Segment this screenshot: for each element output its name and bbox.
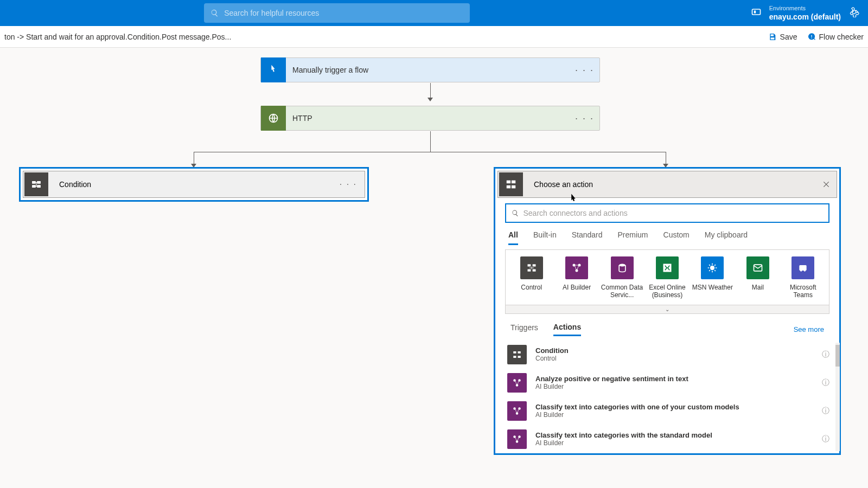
category-tabs: AllBuilt-inStandardPremiumCustomMy clipb… [495,226,839,245]
svg-rect-6 [512,185,515,189]
svg-rect-9 [527,269,531,272]
connector-tile[interactable]: Control [510,256,553,299]
choose-action-header: Choose an action [495,169,839,200]
svg-rect-1 [754,10,756,13]
tab-actions[interactable]: Actions [553,323,581,336]
global-search[interactable] [204,3,470,23]
connector-tile[interactable]: Microsoft Teams [782,256,824,299]
svg-point-16 [710,266,714,270]
svg-rect-10 [532,269,535,272]
action-row[interactable]: Classify text into categories with one o… [505,397,832,425]
more-icon[interactable]: · · · [575,113,594,124]
pointer-icon [261,57,286,82]
environment-icon [751,7,762,20]
connectors-grid: ControlAI BuilderCommon Data Servic...Ex… [506,250,829,305]
category-tab[interactable]: Built-in [533,230,557,245]
settings-icon[interactable] [848,7,859,20]
svg-rect-3 [507,181,510,184]
svg-point-27 [516,384,519,387]
svg-rect-4 [512,181,515,184]
action-list: ConditionControl ⓘ Analyze positive or n… [495,338,839,453]
category-tab[interactable]: All [508,230,518,245]
breadcrumb: ton -> Start and wait for an approval.Co… [4,33,231,41]
more-icon[interactable]: · · · [340,179,357,189]
svg-point-19 [800,269,802,271]
save-icon [768,33,777,41]
connector-tile[interactable]: Common Data Servic... [601,256,643,299]
action-row[interactable]: ConditionControl ⓘ [505,341,832,369]
svg-point-14 [619,264,626,267]
connector-line [194,152,666,152]
flow-checker-icon [807,33,816,41]
tab-triggers[interactable]: Triggers [510,323,538,335]
info-icon[interactable]: ⓘ [822,350,829,359]
connector-search[interactable] [505,203,829,223]
search-icon [210,9,219,17]
svg-point-30 [516,412,519,415]
http-card[interactable]: HTTP · · · [260,106,600,131]
flow-checker-button[interactable]: Flow checker [807,33,864,41]
action-icon [499,172,523,196]
info-icon[interactable]: ⓘ [822,378,829,388]
environment-selector[interactable]: Environments enayu.com (default) [769,4,841,22]
svg-point-33 [516,440,519,443]
scrollbar[interactable] [835,343,840,451]
connector-arrow [666,152,666,167]
svg-point-20 [804,269,806,271]
cursor-icon [569,192,578,204]
flow-canvas: Manually trigger a flow · · · HTTP · · ·… [0,48,868,488]
connector-arrow [430,83,431,101]
info-icon[interactable]: ⓘ [822,434,829,444]
global-search-input[interactable] [224,9,463,17]
connector-tile[interactable]: Mail [737,256,779,299]
connector-arrow [194,152,194,167]
svg-rect-24 [518,356,521,358]
connector-tile[interactable]: MSN Weather [691,256,733,299]
category-tab[interactable]: Premium [618,230,648,245]
choose-action-panel: Choose an action AllBuilt-inStandardPrem… [494,167,841,455]
category-tab[interactable]: My clipboard [705,230,748,245]
svg-rect-8 [532,264,535,266]
category-tab[interactable]: Standard [572,230,603,245]
svg-rect-22 [518,351,521,354]
save-button[interactable]: Save [768,33,797,41]
search-icon [512,209,519,217]
more-icon[interactable]: · · · [575,65,594,76]
condition-icon [24,172,48,196]
close-icon[interactable] [822,181,830,188]
category-tab[interactable]: Custom [663,230,690,245]
top-bar: Environments enayu.com (default) [0,0,868,26]
globe-icon [261,106,286,131]
info-icon[interactable]: ⓘ [822,406,829,416]
svg-rect-23 [513,356,516,358]
svg-rect-5 [507,185,510,189]
connector-tile[interactable]: AI Builder [556,256,598,299]
expand-connectors[interactable]: ⌄ [506,305,829,313]
see-more-link[interactable]: See more [794,325,824,333]
svg-rect-7 [527,264,531,266]
connector-search-input[interactable] [523,209,823,217]
svg-rect-18 [800,265,807,271]
connector-line [430,131,431,152]
breadcrumb-bar: ton -> Start and wait for an approval.Co… [0,26,868,48]
svg-rect-21 [513,351,516,354]
action-row[interactable]: Classify text into categories with the s… [505,425,832,453]
svg-rect-0 [752,9,760,15]
action-row[interactable]: Analyze positive or negative sentiment i… [505,369,832,397]
condition-card[interactable]: Condition · · · [19,167,369,202]
trigger-action-tabs: Triggers Actions See more [495,314,839,338]
connector-tile[interactable]: Excel Online (Business) [646,256,688,299]
trigger-card[interactable]: Manually trigger a flow · · · [260,57,600,82]
svg-point-13 [576,269,578,272]
